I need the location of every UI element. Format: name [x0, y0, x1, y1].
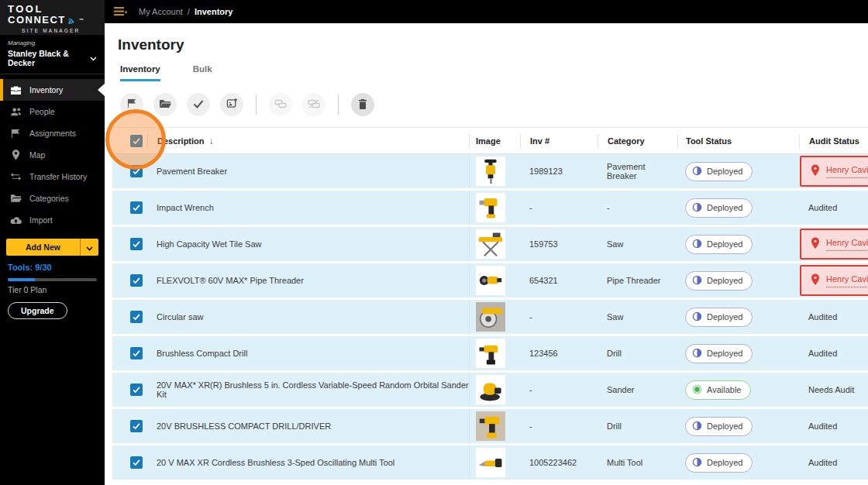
tool-photo: [476, 375, 505, 404]
table-header: Description↓ Image Inv # Category Tool S…: [112, 128, 868, 154]
row-checkbox[interactable]: [130, 274, 143, 287]
delete-icon: [358, 98, 367, 112]
tool-status-badge[interactable]: Deployed: [685, 235, 753, 254]
row-description: 20V MAX* XR(R) Brushless 5 in. Cordless …: [147, 373, 469, 407]
app-window: TOOL CONNECT ™ SITE MANAGER Managing Sta…: [0, 0, 868, 485]
table-row[interactable]: 20 V MAX XR Cordless Brushless 3-Sped Os…: [112, 445, 868, 482]
table-row[interactable]: High Capacity Wet Tile Saw159753SawDeplo…: [112, 227, 868, 263]
tool-status-badge[interactable]: Deployed: [685, 417, 753, 436]
add-image-button[interactable]: [220, 93, 243, 116]
add-new-button[interactable]: Add New: [6, 239, 98, 256]
table-row[interactable]: FLEXVOLT® 60V MAX* Pipe Threader654321Pi…: [112, 263, 868, 300]
table-row[interactable]: Pavement Breaker1989123Pavement BreakerD…: [112, 154, 868, 191]
flag-icon: [9, 127, 22, 139]
row-category: Pavement Breaker: [598, 154, 677, 188]
transfer-arrows-icon: [9, 170, 22, 183]
tab-inventory[interactable]: Inventory: [120, 64, 160, 81]
sidebar-item-categories[interactable]: Categories: [0, 187, 105, 209]
table-row[interactable]: 20V BRUSHLESS COMPACT DRILL/DRIVER-Drill…: [112, 409, 868, 445]
tools-usage-bar: [8, 278, 97, 281]
main-content: Inventory Inventory Bulk Description↓ Im…: [105, 23, 868, 485]
tool-photo: [476, 193, 505, 222]
row-category: Pipe Threader: [598, 263, 677, 298]
column-header-tool-status[interactable]: Tool Status: [677, 134, 799, 148]
approve-button[interactable]: [187, 93, 210, 116]
sidebar-item-transfer-history[interactable]: Transfer History: [0, 166, 105, 187]
table-row[interactable]: 20V MAX* XR(R) Brushless 5 in. Cordless …: [112, 373, 868, 409]
sidebar-item-people[interactable]: People: [0, 101, 105, 122]
people-icon: [9, 105, 22, 118]
table-row[interactable]: Circular saw-SawDeployedAudited: [112, 300, 868, 336]
delete-button[interactable]: [351, 93, 374, 116]
audit-status-text: Audited: [799, 458, 837, 467]
audit-flag-badge[interactable]: Henry Cavill: [800, 156, 868, 187]
tab-bulk[interactable]: Bulk: [193, 64, 212, 81]
audit-holder-link[interactable]: Henry Cavill: [826, 274, 868, 287]
deployed-status-icon: [692, 239, 702, 250]
plan-label: Tier 0 Plan: [8, 285, 105, 294]
row-inv-number: 1005223462: [520, 445, 598, 480]
audit-flag-badge[interactable]: Henry Cavill: [800, 229, 868, 260]
location-pin-icon: [811, 273, 820, 287]
tool-status-badge[interactable]: Deployed: [685, 198, 753, 218]
tool-status-badge[interactable]: Deployed: [685, 271, 753, 291]
tool-photo: [476, 266, 505, 295]
audit-holder-link[interactable]: Henry Cavill: [826, 238, 868, 251]
row-inv-number: -: [520, 373, 598, 407]
wifi-signal-icon: [67, 14, 78, 26]
tool-status-badge[interactable]: Deployed: [685, 344, 753, 363]
column-header-inv[interactable]: Inv #: [520, 134, 598, 148]
column-header-image[interactable]: Image: [469, 134, 520, 148]
folder-icon: [159, 98, 171, 111]
row-inv-number: -: [520, 191, 598, 225]
table-row[interactable]: Brushless Compact Drill123456DrillDeploy…: [112, 336, 868, 373]
tool-photo: [476, 302, 505, 332]
cloud-upload-icon: [9, 214, 22, 226]
row-checkbox[interactable]: [130, 165, 143, 177]
row-checkbox[interactable]: [130, 384, 143, 396]
row-inv-number: 159753: [520, 227, 598, 261]
top-bar: My Account / Inventory: [105, 0, 868, 23]
tools-count-link[interactable]: Tools: 9/30: [8, 263, 105, 272]
logo-text-connect: CONNECT ™: [8, 14, 105, 26]
folder-icon: [9, 192, 22, 205]
org-switcher[interactable]: Stanley Black & Decker: [8, 49, 97, 67]
row-checkbox[interactable]: [130, 420, 143, 432]
row-checkbox[interactable]: [130, 311, 143, 323]
row-description: Circular saw: [147, 300, 469, 334]
sidebar-item-assignments[interactable]: Assignments: [0, 122, 105, 144]
available-status-icon: [692, 384, 702, 396]
tool-status-badge[interactable]: Deployed: [685, 162, 753, 181]
table-row[interactable]: Impact Wrench--DeployedAudited: [112, 191, 868, 227]
sidebar-item-import[interactable]: Import: [0, 209, 105, 231]
tool-status-badge[interactable]: Deployed: [685, 308, 753, 327]
folder-button[interactable]: [153, 93, 177, 116]
row-category: Drill: [598, 336, 677, 370]
breadcrumb-parent[interactable]: My Account: [139, 7, 183, 16]
upgrade-button[interactable]: Upgrade: [8, 302, 67, 319]
add-new-dropdown-toggle[interactable]: [80, 239, 98, 256]
column-header-audit-status[interactable]: Audit Status: [799, 134, 868, 148]
audit-holder-link[interactable]: Henry Cavill: [826, 165, 868, 178]
transfer-cancel-button: [302, 93, 326, 116]
row-category: Saw: [598, 300, 677, 334]
managing-section: Managing Stanley Black & Decker: [0, 35, 105, 74]
row-checkbox[interactable]: [130, 347, 143, 359]
audit-flag-badge[interactable]: Henry Cavill: [800, 265, 868, 296]
tool-status-badge[interactable]: Deployed: [685, 453, 753, 473]
row-checkbox[interactable]: [130, 456, 143, 469]
sidebar-item-inventory[interactable]: Inventory: [0, 79, 105, 101]
select-all-checkbox[interactable]: [130, 135, 143, 147]
transfer-cancel-icon: [308, 99, 320, 111]
row-checkbox[interactable]: [130, 201, 143, 214]
column-header-description[interactable]: Description↓: [147, 134, 469, 148]
tools-usage-fill: [8, 278, 35, 281]
menu-toggle-icon[interactable]: [114, 6, 128, 17]
row-checkbox[interactable]: [130, 238, 143, 250]
add-image-icon: [226, 98, 238, 112]
tool-status-badge[interactable]: Available: [685, 380, 751, 400]
column-header-category[interactable]: Category: [598, 134, 677, 148]
flag-button[interactable]: [120, 93, 143, 116]
row-inv-number: -: [520, 409, 598, 443]
sidebar-item-map[interactable]: Map: [0, 144, 105, 166]
